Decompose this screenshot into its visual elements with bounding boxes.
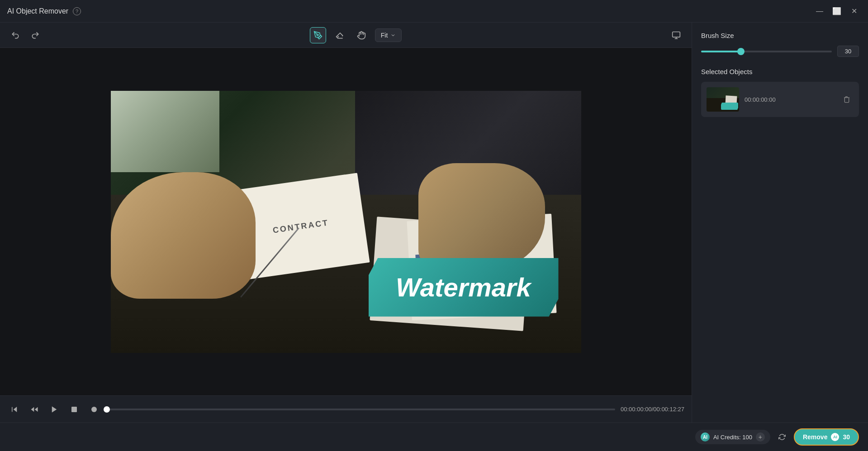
video-canvas: CONTRACT Watermark bbox=[111, 91, 581, 353]
help-button[interactable]: ? bbox=[73, 7, 81, 15]
maximize-button[interactable]: ⬜ bbox=[830, 5, 844, 18]
eraser-tool-button[interactable] bbox=[332, 27, 348, 43]
object-info: 00:00:00:00 bbox=[745, 96, 835, 103]
timeline-track[interactable] bbox=[107, 409, 615, 410]
playback-bar: 00:00:00:00/00:00:12:27 bbox=[0, 395, 692, 423]
remove-credits: 30 bbox=[843, 433, 850, 441]
remove-label: Remove bbox=[803, 433, 827, 441]
toolbar-right bbox=[668, 27, 684, 43]
svg-rect-1 bbox=[673, 32, 680, 37]
brush-size-title: Brush Size bbox=[701, 32, 859, 39]
contract-text: CONTRACT bbox=[272, 217, 329, 235]
svg-point-41 bbox=[91, 407, 97, 412]
delete-object-button[interactable] bbox=[840, 93, 854, 106]
remove-ai-text: AI bbox=[833, 435, 837, 439]
frame-back-button[interactable] bbox=[27, 402, 42, 417]
stop-button[interactable] bbox=[67, 402, 81, 417]
skip-back-button[interactable] bbox=[7, 402, 22, 417]
toolbar: Fit bbox=[0, 23, 692, 48]
ai-credits-label: AI Credits: 100 bbox=[713, 434, 752, 441]
ai-badge-text: AI bbox=[703, 435, 707, 440]
object-card: 00:00:00:00 bbox=[701, 82, 859, 117]
record-button[interactable] bbox=[87, 402, 101, 417]
remove-button[interactable]: Remove AI 30 bbox=[794, 428, 859, 446]
scene-window bbox=[111, 91, 219, 172]
selected-objects-title: Selected Objects bbox=[701, 68, 859, 75]
brush-tool-button[interactable] bbox=[310, 27, 326, 43]
svg-rect-40 bbox=[71, 407, 77, 412]
toolbar-center: Fit bbox=[47, 27, 664, 43]
object-timestamp: 00:00:00:00 bbox=[745, 96, 835, 103]
undo-button[interactable] bbox=[7, 27, 24, 43]
scene-hand-right bbox=[418, 163, 545, 272]
ai-badge: AI bbox=[701, 432, 710, 442]
selected-objects-section: Selected Objects 00:00:00:00 bbox=[701, 68, 859, 117]
svg-marker-38 bbox=[35, 407, 38, 412]
play-button[interactable] bbox=[47, 402, 62, 417]
svg-marker-35 bbox=[14, 407, 17, 412]
compare-button[interactable] bbox=[668, 27, 684, 43]
brush-size-value: 30 bbox=[837, 46, 859, 57]
toolbar-left bbox=[7, 27, 43, 43]
close-button[interactable]: ✕ bbox=[847, 5, 861, 18]
svg-point-0 bbox=[317, 34, 318, 35]
title-left: AI Object Remover ? bbox=[7, 7, 81, 15]
pan-tool-button[interactable] bbox=[353, 27, 370, 43]
fit-dropdown[interactable]: Fit bbox=[375, 28, 402, 42]
video-area[interactable]: CONTRACT Watermark bbox=[0, 48, 692, 395]
right-panel: Brush Size 30 Selected Objects 00:00:00:… bbox=[692, 23, 868, 423]
app-title: AI Object Remover bbox=[7, 7, 68, 15]
remove-ai-badge: AI bbox=[831, 433, 839, 441]
editor-panel: Fit bbox=[0, 23, 692, 423]
watermark-overlay: Watermark bbox=[369, 258, 559, 317]
title-bar: AI Object Remover ? — ⬜ ✕ bbox=[0, 0, 868, 23]
brush-size-section: Brush Size 30 bbox=[701, 32, 859, 57]
brush-slider-container: 30 bbox=[701, 46, 859, 57]
object-thumbnail bbox=[707, 87, 739, 112]
refresh-button[interactable] bbox=[776, 431, 788, 443]
time-display: 00:00:00:00/00:00:12:27 bbox=[621, 406, 684, 413]
watermark-text: Watermark bbox=[396, 272, 531, 302]
svg-marker-37 bbox=[31, 407, 34, 412]
main-container: Fit bbox=[0, 23, 868, 423]
brush-size-slider[interactable] bbox=[701, 51, 832, 52]
minimize-button[interactable]: — bbox=[813, 5, 826, 18]
timeline-thumb[interactable] bbox=[104, 406, 110, 413]
ai-credits-container: AI AI Credits: 100 + bbox=[695, 430, 770, 444]
window-controls: — ⬜ ✕ bbox=[813, 5, 861, 18]
bottom-bar: AI AI Credits: 100 + Remove AI 30 bbox=[0, 423, 868, 451]
fit-label: Fit bbox=[381, 32, 388, 39]
scene-hand-left bbox=[111, 172, 256, 299]
redo-button[interactable] bbox=[27, 27, 43, 43]
add-credits-button[interactable]: + bbox=[756, 432, 765, 442]
video-scene: CONTRACT Watermark bbox=[111, 91, 581, 353]
thumb-watermark bbox=[721, 103, 738, 110]
svg-marker-39 bbox=[52, 406, 57, 413]
